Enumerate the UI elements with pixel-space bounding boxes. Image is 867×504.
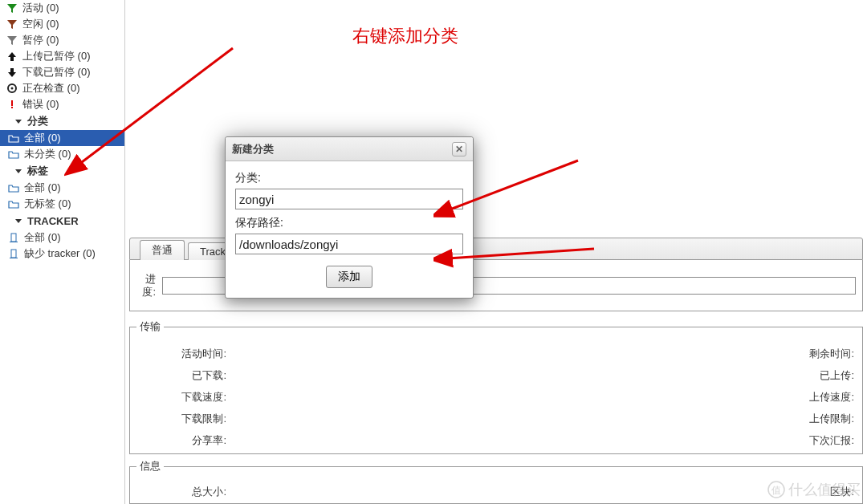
label-next-report: 下次汇报:: [742, 433, 854, 448]
tag-label: 无标签 (0): [24, 197, 71, 211]
status-label: 暂停 (0): [22, 33, 59, 47]
folder-icon: [8, 198, 19, 209]
tag-label: 全部 (0): [24, 181, 61, 195]
header-label: TRACKER: [27, 215, 79, 227]
svg-rect-6: [11, 250, 16, 258]
status-label: 上传已暂停 (0): [22, 49, 91, 63]
svg-rect-7: [10, 258, 18, 258]
label-remaining: 剩余时间:: [742, 347, 854, 361]
svg-text:值: 值: [771, 485, 781, 496]
status-checking[interactable]: 正在检查 (0): [0, 80, 124, 96]
chevron-down-icon: [13, 215, 24, 226]
label-uploaded: 已上传:: [742, 368, 854, 383]
category-uncategorized[interactable]: 未分类 (0): [0, 146, 124, 162]
watermark-text: 什么值得买: [788, 480, 861, 499]
chevron-down-icon: [13, 116, 24, 127]
status-idle[interactable]: 空闲 (0): [0, 16, 124, 32]
arrow-down-icon: [6, 67, 18, 78]
server-icon: [8, 248, 19, 259]
close-icon[interactable]: ✕: [452, 142, 466, 156]
status-label: 下载已暂停 (0): [22, 65, 91, 79]
label-total-size: 总大小:: [130, 485, 226, 499]
folder-icon: [8, 148, 19, 160]
category-label: 未分类 (0): [24, 147, 71, 161]
tag-all[interactable]: 全部 (0): [0, 180, 124, 196]
annotation-text: 右键添加分类: [352, 24, 458, 48]
folder-icon: [8, 182, 19, 193]
info-legend: 信息: [136, 459, 164, 474]
svg-rect-2: [11, 100, 13, 106]
new-category-dialog: 新建分类 ✕ 分类: 保存路径: 添加: [225, 136, 474, 299]
filter-icon: [6, 35, 18, 46]
chevron-down-icon: [13, 165, 24, 177]
folder-icon: [8, 132, 19, 144]
label-up-speed: 上传速度:: [742, 390, 854, 404]
svg-rect-3: [11, 107, 13, 108]
status-label: 正在检查 (0): [22, 81, 80, 96]
label-up-limit: 上传限制:: [742, 412, 854, 426]
transfer-fieldset: 传输 活动时间: 已下载: 下载速度: 下载限制: 分享率: 剩余时间: 已上传…: [129, 319, 863, 454]
tag-untagged[interactable]: 无标签 (0): [0, 196, 124, 212]
status-label: 错误 (0): [22, 97, 59, 112]
status-download-paused[interactable]: 下载已暂停 (0): [0, 64, 124, 80]
dialog-titlebar[interactable]: 新建分类 ✕: [226, 137, 473, 161]
label-category: 分类:: [235, 171, 463, 185]
header-label: 分类: [27, 114, 48, 128]
dialog-title: 新建分类: [232, 142, 274, 156]
filter-icon: [6, 18, 18, 30]
status-active[interactable]: 活动 (0): [0, 0, 124, 16]
tracker-all[interactable]: 全部 (0): [0, 230, 124, 246]
label-dl-speed: 下载速度:: [130, 390, 226, 404]
label-ratio: 分享率:: [130, 433, 226, 448]
add-button[interactable]: 添加: [326, 266, 372, 288]
progress-label: 进度:: [136, 273, 156, 299]
arrow-up-icon: [6, 51, 18, 62]
category-label: 全部 (0): [24, 131, 61, 145]
status-error[interactable]: 错误 (0): [0, 96, 124, 112]
category-all[interactable]: 全部 (0): [0, 130, 124, 146]
category-header[interactable]: 分类: [0, 112, 124, 130]
filter-icon: [6, 2, 18, 14]
gear-icon: [6, 83, 18, 94]
watermark: 值 什么值得买: [767, 480, 861, 499]
label-save-path: 保存路径:: [235, 216, 463, 230]
tracker-label: 全部 (0): [24, 230, 61, 245]
tag-header[interactable]: 标签: [0, 162, 124, 180]
error-icon: [6, 99, 18, 110]
label-downloaded: 已下载:: [130, 368, 226, 383]
status-label: 空闲 (0): [22, 17, 59, 31]
svg-rect-5: [10, 242, 18, 242]
header-label: 标签: [27, 164, 48, 178]
sidebar: 活动 (0) 空闲 (0) 暂停 (0) 上传已暂停 (0) 下载已暂停 (0)…: [0, 0, 125, 504]
dialog-body: 分类: 保存路径: 添加: [226, 161, 473, 298]
category-input[interactable]: [235, 189, 463, 209]
tracker-missing[interactable]: 缺少 tracker (0): [0, 246, 124, 262]
tracker-header[interactable]: TRACKER: [0, 212, 124, 230]
status-upload-paused[interactable]: 上传已暂停 (0): [0, 48, 124, 64]
status-paused[interactable]: 暂停 (0): [0, 32, 124, 48]
tracker-label: 缺少 tracker (0): [24, 246, 96, 261]
svg-rect-4: [11, 234, 16, 242]
tab-general[interactable]: 普通: [140, 240, 185, 260]
label-active-time: 活动时间:: [130, 347, 226, 361]
save-path-input[interactable]: [235, 234, 463, 254]
svg-point-1: [11, 87, 14, 90]
status-label: 活动 (0): [22, 1, 59, 15]
label-dl-limit: 下载限制:: [130, 412, 226, 426]
transfer-legend: 传输: [136, 319, 164, 334]
server-icon: [8, 232, 19, 243]
watermark-icon: 值: [767, 481, 785, 498]
info-fieldset: 信息 总大小: 区块:: [129, 459, 863, 504]
